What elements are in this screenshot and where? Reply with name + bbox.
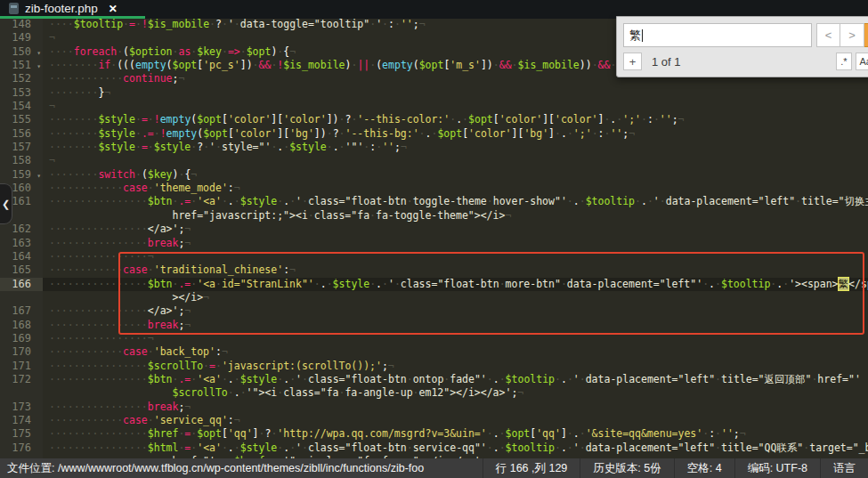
gutter-line-number[interactable]: 151▾ <box>0 59 43 72</box>
code-line[interactable]: ················¬ <box>43 332 868 345</box>
regex-toggle-button[interactable]: .* <box>836 53 851 70</box>
search-input[interactable]: 繁 <box>623 23 812 47</box>
code-line[interactable]: ············case·'service_qq':¬ <box>43 414 868 427</box>
search-row-options: + 1 of 1 .* Aa <box>623 53 868 70</box>
code-line[interactable]: ················$scrollTo·=·'javascript:… <box>43 360 868 373</box>
gutter-line-number[interactable]: 175 <box>0 427 43 441</box>
code-editor[interactable]: 148149150▾151▾152153154155156157158159▾1… <box>0 18 868 458</box>
code-line[interactable]: ················$btn·.=·'<a'·.·$style·.·… <box>43 373 868 386</box>
gutter-line-number[interactable]: 157 <box>0 141 43 154</box>
code-line[interactable]: ················$btn·.=·'<a·id="StranLin… <box>43 278 868 291</box>
gutter-line-number[interactable]: 171 <box>0 360 43 373</box>
gutter-line-number[interactable]: 158 <box>0 154 43 167</box>
gutter-line-number[interactable] <box>0 291 43 304</box>
gutter-line-number[interactable]: 166 <box>0 278 43 291</box>
gutter-line-number[interactable]: 167 <box>0 304 43 318</box>
find-prev-button[interactable]: < <box>816 23 840 47</box>
code-line[interactable]: ············case·'theme_mode':¬ <box>43 182 868 195</box>
code-line[interactable]: href="javascript:;"><i·class="fa·fa-togg… <box>43 209 868 223</box>
code-line[interactable]: ········$style·=·$style·?·'·style="'·.·$… <box>43 141 868 154</box>
code-line[interactable]: $scrollTo·.·'"><i·class="fa·fa-angle-up·… <box>43 386 868 400</box>
gutter-line-number[interactable]: 159▾ <box>0 168 43 182</box>
status-bar: 文件位置: /www/wwwroot/www.tfblog.cn/wp-cont… <box>0 458 868 478</box>
cursor-position: 行 166 ,列 129 <box>483 458 580 478</box>
code-line[interactable]: ················break;¬ <box>43 237 868 250</box>
tab-title: zib-footer.php <box>25 2 98 15</box>
language[interactable]: 语言 <box>820 458 868 478</box>
file-icon <box>9 3 19 14</box>
encoding[interactable]: 编码: UTF-8 <box>734 458 820 478</box>
gutter-line-number[interactable]: 153 <box>0 86 43 100</box>
gutter-line-number[interactable]: 174 <box>0 414 43 427</box>
indent-spaces[interactable]: 空格: 4 <box>674 458 734 478</box>
gutter-line-number[interactable]: 164 <box>0 250 43 263</box>
search-row-main: 繁 < > <box>623 23 868 47</box>
gutter-line-number[interactable]: 149 <box>0 31 43 45</box>
gutter-line-number[interactable]: 155 <box>0 113 43 126</box>
case-toggle-button[interactable]: Aa <box>856 53 868 70</box>
find-next-button[interactable]: > <box>840 23 864 47</box>
code-line[interactable]: ················$btn·.=·'<a'·.·$style·.·… <box>43 195 868 208</box>
gutter-line-number[interactable]: 150▾ <box>0 45 43 59</box>
history-versions[interactable]: 历史版本: 5份 <box>580 458 673 478</box>
active-tab-underline <box>0 16 145 19</box>
gutter-line-number[interactable]: 173 <box>0 401 43 414</box>
gutter-line-number[interactable] <box>0 386 43 400</box>
gutter-line-number[interactable]: 165 <box>0 263 43 277</box>
gutter-line-number[interactable]: 172 <box>0 373 43 386</box>
code-line[interactable]: ················$html·=·'<a'·.·$style·.·… <box>43 442 868 455</box>
fold-arrow-icon[interactable]: ▾ <box>37 169 41 182</box>
code-line[interactable]: ················break;¬ <box>43 401 868 414</box>
chevron-left-icon: ❮ <box>2 198 10 210</box>
sidebar-collapse-handle[interactable]: ❮ <box>0 183 12 224</box>
gutter-line-number[interactable]: 152 <box>0 72 43 85</box>
text-caret <box>642 29 643 42</box>
tab-zib-footer[interactable]: zib-footer.php ✕ <box>0 0 126 17</box>
editor-window: zib-footer.php ✕ 148149150▾151▾152153154… <box>0 0 868 478</box>
file-path: 文件位置: /www/wwwroot/www.tfblog.cn/wp-cont… <box>0 461 483 476</box>
code-line[interactable]: ></i>¬ <box>43 291 868 304</box>
fold-arrow-icon[interactable]: ▾ <box>37 60 41 73</box>
search-match-counter: 1 of 1 <box>652 55 681 69</box>
code-line[interactable]: ········}¬ <box>43 86 868 100</box>
code-line[interactable]: ········$style·.=·!empty($opt['color']['… <box>43 127 868 141</box>
code-lines[interactable]: ····$tooltip·=·!$is_mobile·?·'·data-togg… <box>43 18 868 458</box>
gutter-line-number[interactable]: 163 <box>0 237 43 250</box>
gutter-line-number[interactable]: 162 <box>0 223 43 236</box>
code-line[interactable]: ················break;¬ <box>43 319 868 332</box>
gutter-line-number[interactable]: 170 <box>0 345 43 359</box>
code-line[interactable]: ············case·'traditional_chinese':¬ <box>43 263 868 277</box>
code-line[interactable]: ········switch·($key)·{¬ <box>43 168 868 182</box>
code-line[interactable]: ¬ <box>43 154 868 167</box>
toggle-replace-button[interactable]: + <box>623 53 642 70</box>
code-line[interactable]: ················</a>';¬ <box>43 223 868 236</box>
gutter: 148149150▾151▾152153154155156157158159▾1… <box>0 18 43 458</box>
code-line[interactable]: ········$style·=·!empty($opt['color']['c… <box>43 113 868 126</box>
fold-arrow-icon[interactable]: ▾ <box>37 46 41 60</box>
gutter-line-number[interactable]: 176 <box>0 442 43 455</box>
gutter-line-number[interactable]: 169 <box>0 332 43 345</box>
search-option-partial[interactable] <box>864 23 868 47</box>
code-line[interactable]: ················$href·=·$opt['qq']·?·'ht… <box>43 427 868 441</box>
search-query-text: 繁 <box>629 28 641 44</box>
gutter-line-number[interactable]: 168 <box>0 319 43 332</box>
code-line[interactable]: ············case·'back_top':¬ <box>43 345 868 359</box>
code-line[interactable]: ················¬ <box>43 250 868 263</box>
gutter-line-number[interactable]: 148 <box>0 18 43 31</box>
search-panel: 繁 < > + 1 of 1 .* Aa <box>616 16 868 77</box>
gutter-line-number[interactable]: 154 <box>0 100 43 113</box>
close-icon[interactable]: ✕ <box>109 3 118 15</box>
code-line[interactable]: ¬ <box>43 100 868 113</box>
gutter-line-number[interactable]: 156 <box>0 127 43 141</box>
code-line[interactable]: ················</a>';¬ <box>43 304 868 318</box>
